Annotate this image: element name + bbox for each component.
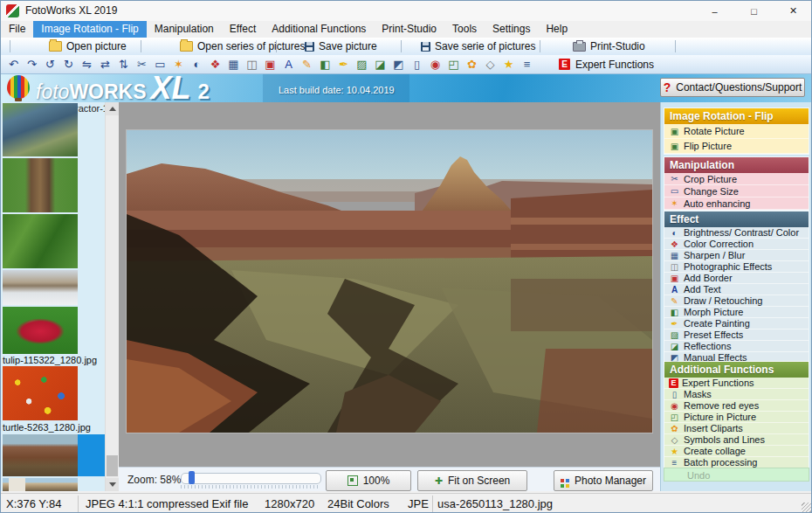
save-picture-button[interactable]: Save picture xyxy=(305,38,377,55)
close-button[interactable]: ✕ xyxy=(774,1,812,21)
menu-image-rotation-flip[interactable]: Image Rotation - Flip xyxy=(33,21,146,38)
thumbnail-grand-canyon-selected[interactable] xyxy=(3,434,106,476)
preset-effects-item[interactable]: ▨ Preset Effects xyxy=(664,329,809,341)
rotate-picture-item[interactable]: ▣ Rotate Picture xyxy=(664,124,809,139)
sharpen-blur-icon: ▦ xyxy=(669,251,680,260)
masks-icon[interactable]: ▯ xyxy=(409,57,424,73)
menu-manipulation[interactable]: Manipulation xyxy=(147,21,222,38)
brand-works: WORKS xyxy=(69,80,146,104)
add-border-icon[interactable]: ▣ xyxy=(263,57,278,73)
photographic-effects-icon[interactable]: ◫ xyxy=(244,57,259,73)
menu-file[interactable]: File xyxy=(1,21,33,38)
expert-functions-item[interactable]: E Expert Functions xyxy=(664,378,809,389)
reflections-item[interactable]: ◪ Reflections xyxy=(664,341,809,352)
reflections-icon[interactable]: ◪ xyxy=(373,57,388,73)
thumbnail-scrollbar[interactable] xyxy=(105,102,119,491)
crop-icon[interactable]: ✂ xyxy=(134,57,149,73)
remove-red-eyes-item[interactable]: ◉ Remove red eyes xyxy=(664,400,809,412)
flip-picture-item[interactable]: ▣ Flip Picture xyxy=(664,139,809,154)
create-painting-icon[interactable]: ✒ xyxy=(336,57,351,73)
picture-in-picture-item[interactable]: ◰ Picture in Picture xyxy=(664,412,809,423)
thumbnail-tulip[interactable] xyxy=(3,307,78,354)
rotate-left-icon[interactable]: ↶ xyxy=(6,57,21,73)
preset-effects-icon[interactable]: ▨ xyxy=(354,57,369,73)
menu-tools[interactable]: Tools xyxy=(444,21,485,38)
picture-in-picture-icon[interactable]: ◰ xyxy=(446,57,461,73)
insert-cliparts-icon[interactable]: ✿ xyxy=(464,57,479,73)
manual-effects-icon[interactable]: ◩ xyxy=(391,57,406,73)
batch-processing-icon[interactable]: ≡ xyxy=(520,57,534,73)
auto-enhancing-item[interactable]: ✶ Auto enhancing xyxy=(664,198,809,210)
rotate-180-icon[interactable]: ⇋ xyxy=(79,57,94,73)
brightness-contrast-icon[interactable]: ◐ xyxy=(189,57,204,73)
add-text-icon: A xyxy=(669,285,680,295)
thumbnail-city[interactable] xyxy=(3,478,78,491)
zoom-100-button[interactable]: 100% xyxy=(326,470,411,491)
menu-effect[interactable]: Effect xyxy=(222,21,264,38)
menu-print-studio[interactable]: Print-Studio xyxy=(374,21,444,38)
rotate-free-ccw-icon[interactable]: ↺ xyxy=(43,57,58,73)
zoom-slider-ticks xyxy=(181,485,320,489)
draw-retouching-item[interactable]: ✎ Draw / Retouching xyxy=(664,295,809,307)
add-text-icon[interactable]: A xyxy=(281,57,296,73)
support-button[interactable]: ? Contact/Questions/Support xyxy=(660,78,805,97)
create-collage-item[interactable]: ★ Create collage xyxy=(664,446,809,457)
scroll-down-icon[interactable] xyxy=(106,478,119,491)
symbols-lines-item[interactable]: ◇ Symbols and Lines xyxy=(664,434,809,446)
sharpen-blur-icon[interactable]: ▦ xyxy=(226,57,241,73)
undo-button[interactable]: Undo xyxy=(664,468,809,482)
flip-vertical-icon[interactable]: ⇅ xyxy=(116,57,131,73)
fit-on-screen-button[interactable]: ✚ Fit on Screen xyxy=(417,470,527,491)
thumbnail-tractor[interactable] xyxy=(3,103,78,156)
color-correction-icon[interactable]: ❖ xyxy=(208,57,223,73)
sharpen-blur-item[interactable]: ▦ Sharpen / Blur xyxy=(664,250,809,261)
scrollbar-thumb[interactable] xyxy=(107,455,118,476)
menu-help[interactable]: Help xyxy=(538,21,575,38)
thumbnail-turtle[interactable] xyxy=(3,366,78,420)
print-studio-button[interactable]: Print-Studio xyxy=(573,38,645,55)
remove-red-eyes-icon[interactable]: ◉ xyxy=(428,57,443,73)
zoom-slider[interactable] xyxy=(181,473,321,484)
resize-grip[interactable] xyxy=(802,503,812,513)
color-correction-item[interactable]: ❖ Color Correction xyxy=(664,239,809,250)
photo-manager-button[interactable]: Photo Manager xyxy=(554,470,653,491)
thumbnail-snowy-trees[interactable] xyxy=(3,270,78,305)
reflections-icon: ◪ xyxy=(669,342,680,351)
thumbnail-tree-trunk[interactable] xyxy=(3,158,78,212)
morph-picture-item[interactable]: ◧ Morph Picture xyxy=(664,307,809,318)
photographic-effects-item[interactable]: ◫ Photographic Effects xyxy=(664,261,809,273)
scroll-up-icon[interactable] xyxy=(106,102,119,115)
open-picture-button[interactable]: Open picture xyxy=(49,38,127,55)
morph-picture-icon[interactable]: ◧ xyxy=(318,57,333,73)
editor-canvas[interactable] xyxy=(119,102,660,467)
save-serie-button[interactable]: Save serie of pictures xyxy=(421,38,535,55)
thumbnail-foliage[interactable] xyxy=(3,214,78,268)
create-collage-icon[interactable]: ★ xyxy=(501,57,516,73)
change-size-icon: ▭ xyxy=(669,186,680,196)
masks-item[interactable]: ▯ Masks xyxy=(664,389,809,400)
change-size-item[interactable]: ▭ Change Size xyxy=(664,185,809,198)
menu-settings[interactable]: Settings xyxy=(485,21,538,38)
brand-version: 2 xyxy=(198,80,210,104)
symbols-lines-icon[interactable]: ◇ xyxy=(483,57,498,73)
open-series-button[interactable]: Open series of pictures xyxy=(180,38,305,55)
flip-horizontal-icon[interactable]: ⇄ xyxy=(98,57,113,73)
maximize-button[interactable]: □ xyxy=(734,1,774,21)
crop-picture-item[interactable]: ✂ Crop Picture xyxy=(664,173,809,185)
panel-header-effect: Effect xyxy=(664,211,809,227)
rotate-right-icon[interactable]: ↷ xyxy=(24,57,39,73)
morph-picture-icon: ◧ xyxy=(669,308,680,317)
crop-picture-icon: ✂ xyxy=(669,174,680,184)
add-text-item[interactable]: A Add Text xyxy=(664,284,809,295)
minimize-button[interactable]: – xyxy=(695,1,734,21)
zoom-slider-thumb[interactable] xyxy=(189,471,195,484)
insert-cliparts-item[interactable]: ✿ Insert Cliparts xyxy=(664,423,809,434)
create-painting-item[interactable]: ✒ Create Painting xyxy=(664,318,809,329)
draw-retouching-icon[interactable]: ✎ xyxy=(299,57,314,73)
menu-additional-functions[interactable]: Additional Functions xyxy=(264,21,374,38)
rotate-free-cw-icon[interactable]: ↻ xyxy=(61,57,76,73)
open-photo-grand-canyon[interactable] xyxy=(126,129,653,433)
brightness-contrast-item[interactable]: ◐ Brightness/ Contrast/ Color xyxy=(664,227,809,239)
expert-functions-button[interactable]: E Expert Functions xyxy=(559,59,654,71)
add-border-item[interactable]: ▣ Add Border xyxy=(664,273,809,284)
